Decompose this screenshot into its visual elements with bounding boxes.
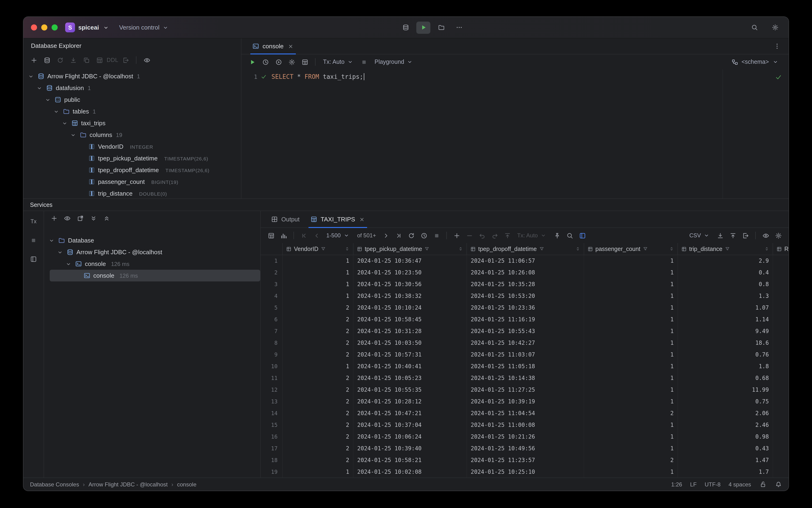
- cell-vendorid[interactable]: 2: [283, 384, 354, 396]
- cell-tpep-dropoff-datetime[interactable]: 2024-01-25 11:04:54: [467, 408, 584, 419]
- column-header-tpep-dropoff-datetime[interactable]: tpep_dropoff_datetime: [467, 243, 584, 255]
- reload-page-button[interactable]: [405, 230, 417, 241]
- services-item-database[interactable]: Database: [44, 235, 260, 246]
- cell-tpep-dropoff-datetime[interactable]: 2024-01-25 10:23:36: [467, 302, 584, 314]
- cell-trip-distance[interactable]: 1.3: [678, 290, 773, 302]
- row-number[interactable]: 16: [261, 431, 283, 443]
- chevron-down-icon[interactable]: [27, 73, 35, 79]
- add-row-button[interactable]: [451, 230, 463, 241]
- cell-vendorid[interactable]: 2: [283, 314, 354, 326]
- cell-tpep-dropoff-datetime[interactable]: 2024-01-25 11:00:08: [467, 419, 584, 431]
- cell-tpep-dropoff-datetime[interactable]: 2024-01-25 11:05:18: [467, 361, 584, 373]
- collapse-all-button[interactable]: [100, 212, 112, 224]
- filter-icon[interactable]: [321, 246, 326, 251]
- row-number[interactable]: 11: [261, 373, 283, 384]
- cell-rate[interactable]: [773, 326, 788, 337]
- project-widget[interactable]: S spiceai: [65, 23, 110, 32]
- column-header-tpep-pickup-datetime[interactable]: tpep_pickup_datetime: [354, 243, 467, 255]
- database-toolwindow-button[interactable]: [399, 22, 413, 34]
- cell-vendorid[interactable]: 1: [283, 290, 354, 302]
- cell-rate[interactable]: [773, 349, 788, 361]
- cell-rate[interactable]: [773, 466, 788, 477]
- cell-trip-distance[interactable]: 1.07: [678, 302, 773, 314]
- dbx-item-passenger-count[interactable]: passenger_countBIGINT(19): [24, 176, 241, 187]
- filter-icon[interactable]: [725, 246, 730, 251]
- stop-strip-button[interactable]: [28, 235, 40, 246]
- chevron-down-icon[interactable]: [44, 97, 52, 102]
- cell-passenger-count[interactable]: 1: [584, 419, 678, 431]
- close-icon[interactable]: [358, 216, 366, 223]
- chevron-down-icon[interactable]: [52, 109, 60, 114]
- cell-tpep-pickup-datetime[interactable]: 2024-01-25 10:10:24: [354, 302, 467, 314]
- cell-tpep-pickup-datetime[interactable]: 2024-01-25 10:40:41: [354, 361, 467, 373]
- cell-trip-distance[interactable]: 1.47: [678, 455, 773, 466]
- cell-rate[interactable]: [773, 361, 788, 373]
- cell-passenger-count[interactable]: 1: [584, 384, 678, 396]
- cell-rate[interactable]: [773, 290, 788, 302]
- cell-rate[interactable]: [773, 443, 788, 455]
- dbx-item-vendorid[interactable]: VendorIDINTEGER: [24, 141, 241, 153]
- cell-rate[interactable]: [773, 431, 788, 443]
- line-separator[interactable]: LF: [690, 481, 697, 488]
- row-number[interactable]: 2: [261, 267, 283, 279]
- execution-time-button[interactable]: [418, 230, 430, 241]
- chevron-down-icon[interactable]: [56, 249, 64, 255]
- cell-tpep-dropoff-datetime[interactable]: 2024-01-25 11:03:07: [467, 349, 584, 361]
- sort-icon[interactable]: [764, 246, 769, 251]
- grid-settings-button[interactable]: [772, 230, 784, 241]
- cell-trip-distance[interactable]: 2.46: [678, 419, 773, 431]
- row-number[interactable]: 12: [261, 384, 283, 396]
- schema-selector[interactable]: <schema>: [731, 58, 784, 66]
- toolwindow-layout-button[interactable]: [28, 253, 40, 264]
- cell-tpep-pickup-datetime[interactable]: 2024-01-25 10:03:50: [354, 337, 467, 349]
- cell-trip-distance[interactable]: 0.8: [678, 279, 773, 290]
- tab-console[interactable]: console: [247, 38, 299, 54]
- cell-trip-distance[interactable]: 2.9: [678, 255, 773, 267]
- sort-icon[interactable]: [575, 246, 580, 251]
- export-format-dropdown[interactable]: CSV: [686, 232, 714, 239]
- services-item-console[interactable]: console126 ms: [50, 270, 260, 282]
- row-number[interactable]: 14: [261, 408, 283, 419]
- cell-rate[interactable]: [773, 455, 788, 466]
- close-icon[interactable]: [287, 42, 295, 50]
- chevron-down-icon[interactable]: [70, 132, 77, 138]
- revert-button[interactable]: [476, 230, 488, 241]
- cell-tpep-pickup-datetime[interactable]: 2024-01-25 10:38:32: [354, 290, 467, 302]
- dbx-item-tpep-dropoff-datetime[interactable]: tpep_dropoff_datetimeTIMESTAMP(26,6): [24, 164, 241, 176]
- export-data-button[interactable]: [739, 230, 752, 241]
- view-options-button[interactable]: [760, 230, 772, 241]
- ddl-button[interactable]: DDL: [106, 54, 119, 66]
- expand-all-button[interactable]: [87, 212, 99, 224]
- cell-vendorid[interactable]: 1: [283, 255, 354, 267]
- cell-rate[interactable]: [773, 279, 788, 290]
- view-options-button[interactable]: [141, 54, 153, 66]
- cell-trip-distance[interactable]: 0.68: [678, 373, 773, 384]
- cell-passenger-count[interactable]: 1: [584, 267, 678, 279]
- cell-tpep-pickup-datetime[interactable]: 2024-01-25 10:58:21: [354, 455, 467, 466]
- dbx-item-tpep-pickup-datetime[interactable]: tpep_pickup_datetimeTIMESTAMP(26,6): [24, 153, 241, 164]
- view-options-button[interactable]: [61, 212, 73, 224]
- breadcrumb-item[interactable]: Arrow Flight JDBC - @localhost: [88, 481, 168, 488]
- query-history-button[interactable]: [259, 56, 271, 68]
- sort-icon[interactable]: [458, 246, 463, 251]
- open-table-button[interactable]: [93, 54, 105, 66]
- row-number[interactable]: 18: [261, 455, 283, 466]
- session-dropdown[interactable]: Playground: [371, 58, 417, 66]
- view-as-table-button[interactable]: [265, 230, 277, 241]
- download-data-button[interactable]: [714, 230, 726, 241]
- cell-tpep-pickup-datetime[interactable]: 2024-01-25 10:23:50: [354, 267, 467, 279]
- refresh-button[interactable]: [54, 54, 66, 66]
- cell-tpep-pickup-datetime[interactable]: 2024-01-25 10:47:21: [354, 408, 467, 419]
- filter-icon[interactable]: [643, 246, 648, 251]
- cell-rate[interactable]: [773, 408, 788, 419]
- cell-trip-distance[interactable]: 0.4: [678, 267, 773, 279]
- dbx-item-columns[interactable]: columns19: [24, 129, 241, 141]
- cell-vendorid[interactable]: 2: [283, 443, 354, 455]
- row-number[interactable]: 15: [261, 419, 283, 431]
- cell-tpep-pickup-datetime[interactable]: 2024-01-25 10:06:24: [354, 431, 467, 443]
- previous-page-button[interactable]: [310, 230, 322, 241]
- row-number[interactable]: 1: [261, 255, 283, 267]
- stop-button[interactable]: [431, 230, 443, 241]
- sort-icon[interactable]: [345, 246, 350, 251]
- cell-rate[interactable]: [773, 314, 788, 326]
